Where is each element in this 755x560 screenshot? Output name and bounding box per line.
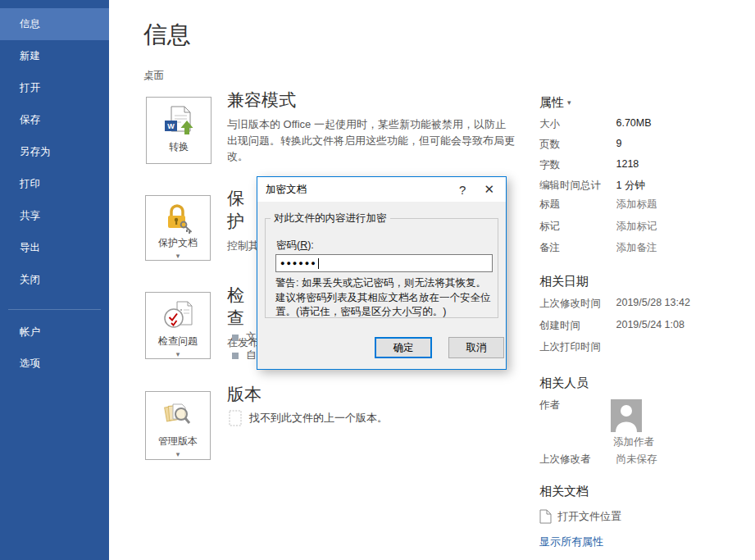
encrypt-document-dialog: 加密文档 ? ✕ 对此文件的内容进行加密 密码(R): ●●●●●● 警告: 如…: [257, 176, 507, 370]
property-value: 1 分钟: [616, 180, 644, 191]
property-value: 6.70MB: [616, 117, 651, 129]
property-label: 备注: [539, 241, 613, 255]
property-row-words: 字数 1218: [539, 158, 754, 172]
group-box-label: 对此文件的内容进行加密: [271, 212, 390, 225]
person-silhouette-icon: [611, 399, 642, 432]
author-label: 作者: [539, 398, 613, 412]
compatibility-desc: 与旧版本的 Office 一起使用时，某些新功能被禁用，以防止出现问题。转换此文…: [227, 116, 516, 165]
inspect-bullet-1-text: 文: [246, 330, 257, 344]
sidebar-item-saveas[interactable]: 另存为: [0, 136, 109, 168]
password-label-pre: 密码(: [276, 239, 300, 251]
compatibility-section: 兼容模式 与旧版本的 Office 一起使用时，某些新功能被禁用，以防止出现问题…: [227, 89, 516, 165]
property-label: 大小: [539, 117, 613, 131]
password-masked-value: ●●●●●●: [280, 259, 317, 267]
open-file-location-label: 打开文件位置: [557, 509, 621, 524]
date-value: 2019/5/24 1:08: [616, 319, 684, 330]
bullet-square-icon: [232, 353, 239, 359]
sidebar-item-save[interactable]: 保存: [0, 104, 109, 136]
chevron-down-icon: ▾: [176, 450, 180, 458]
date-row-created: 创建时间 2019/5/24 1:08: [539, 319, 754, 333]
sidebar-item-info[interactable]: 信息: [0, 8, 109, 40]
manage-versions-button[interactable]: 管理版本 ▾: [145, 391, 211, 460]
dialog-titlebar[interactable]: 加密文档 ? ✕: [257, 177, 506, 202]
password-label-post: ):: [307, 239, 314, 251]
page-icon: [539, 509, 552, 524]
inspect-bullet-2: 自: [232, 348, 257, 362]
sidebar-item-print[interactable]: 打印: [0, 168, 109, 200]
protect-button-label: 保护文档: [158, 236, 198, 250]
protect-document-button[interactable]: 保护文档 ▾: [145, 195, 211, 261]
manage-versions-label: 管理版本: [158, 435, 198, 448]
convert-button-label: 转换: [169, 140, 189, 154]
add-author[interactable]: 添加作者: [613, 435, 755, 449]
password-label: 密码(R):: [276, 239, 314, 253]
inspect-bullet-1: 文: [232, 330, 257, 344]
svg-text:W: W: [167, 122, 175, 130]
inspect-bullet-2-text: 自: [246, 348, 257, 362]
protect-desc: 控制其: [227, 238, 260, 254]
property-row-edit-time: 编辑时间总计 1 分钟: [539, 179, 754, 193]
property-label: 字数: [539, 158, 613, 172]
password-warning-text: 警告: 如果丢失或忘记密码，则无法将其恢复。建议将密码列表及其相应文档名放在一个…: [275, 276, 493, 320]
date-value: 2019/5/28 13:42: [616, 297, 689, 308]
check-issues-label: 检查问题: [158, 335, 198, 348]
show-all-properties-link[interactable]: 显示所有属性: [539, 535, 754, 549]
last-modified-by-row: 上次修改者 尚未保存: [539, 453, 754, 467]
chevron-down-icon: ▾: [176, 252, 180, 260]
add-title-field[interactable]: 添加标题: [616, 198, 657, 210]
date-label: 创建时间: [539, 319, 613, 333]
text-caret: [318, 258, 319, 269]
property-label: 标记: [539, 220, 613, 234]
property-value: 1218: [616, 158, 639, 170]
ok-button[interactable]: 确定: [375, 337, 432, 358]
versions-magnifier-icon: [161, 398, 194, 433]
date-label: 上次打印时间: [539, 340, 613, 354]
convert-button[interactable]: W 转换: [146, 97, 211, 164]
versions-section: 版本: [227, 383, 262, 406]
property-row-comments: 备注 添加备注: [539, 241, 754, 255]
add-tags-field[interactable]: 添加标记: [616, 221, 657, 232]
sidebar-item-export[interactable]: 导出: [0, 232, 109, 264]
password-input[interactable]: ●●●●●●: [275, 254, 493, 272]
sidebar-item-account[interactable]: 帐户: [0, 316, 109, 348]
date-row-modified: 上次修改时间 2019/5/28 13:42: [539, 297, 754, 311]
property-value: 9: [616, 138, 621, 149]
property-row-pages: 页数 9: [539, 138, 754, 152]
password-accesskey: R: [300, 239, 307, 251]
no-previous-versions-text: 找不到此文件的上一个版本。: [249, 411, 388, 426]
close-icon[interactable]: ✕: [475, 182, 506, 197]
protect-title: 保护: [227, 187, 260, 233]
sidebar-item-options[interactable]: 选项: [0, 348, 109, 380]
sidebar-item-share[interactable]: 共享: [0, 200, 109, 232]
help-icon[interactable]: ?: [449, 183, 475, 197]
inspect-document-icon: [161, 299, 194, 333]
add-author-label: 添加作者: [613, 436, 654, 448]
add-comments-field[interactable]: 添加备注: [616, 242, 657, 253]
related-dates-header: 相关日期: [539, 274, 589, 289]
check-issues-button[interactable]: 检查问题 ▾: [145, 292, 211, 359]
modifier-value: 尚未保存: [616, 453, 657, 465]
avatar[interactable]: [611, 399, 642, 432]
sidebar-divider: [8, 309, 101, 310]
protect-section: 保护 控制其: [227, 187, 260, 254]
author-row: 作者: [539, 398, 754, 412]
chevron-down-icon: ▾: [567, 98, 571, 107]
property-row-tags: 标记 添加标记: [539, 220, 754, 234]
open-file-location[interactable]: 打开文件位置: [539, 509, 621, 524]
property-row-size: 大小 6.70MB: [539, 117, 754, 131]
property-row-title: 标题 添加标题: [539, 198, 754, 212]
cancel-button[interactable]: 取消: [448, 337, 504, 358]
sidebar-item-new[interactable]: 新建: [0, 40, 109, 72]
property-label: 页数: [539, 138, 613, 152]
lock-key-icon: [161, 203, 194, 234]
sidebar-item-close[interactable]: 关闭: [0, 264, 109, 296]
related-people-header: 相关人员: [539, 376, 589, 391]
encrypt-group-box: 对此文件的内容进行加密 密码(R): ●●●●●● 警告: 如果丢失或忘记密码，…: [265, 218, 498, 318]
sidebar-item-open[interactable]: 打开: [0, 72, 109, 104]
page-title: 信息: [143, 19, 191, 52]
properties-header[interactable]: 属性▾: [539, 95, 571, 111]
inspect-title: 检查: [227, 284, 260, 330]
chevron-down-icon: ▾: [176, 350, 180, 358]
property-label: 编辑时间总计: [539, 179, 613, 193]
word-backstage-info: 信息 新建 打开 保存 另存为 打印 共享 导出 关闭 帐户 选项 信息 桌面 …: [0, 0, 755, 560]
